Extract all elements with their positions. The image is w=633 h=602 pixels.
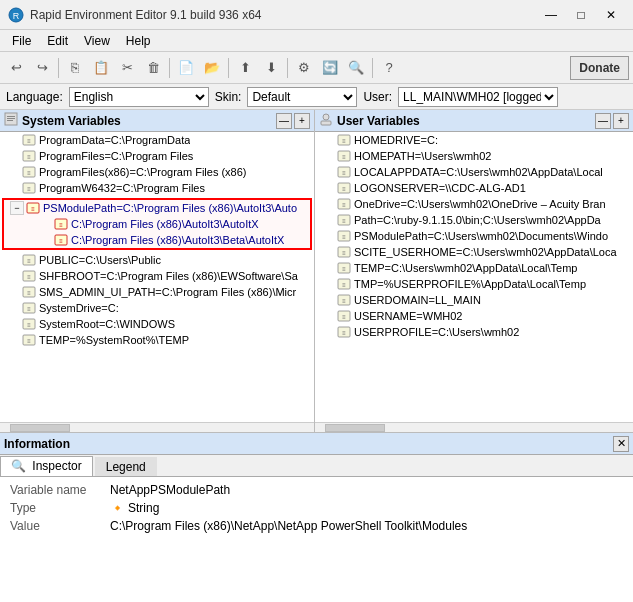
list-item[interactable]: ≡ProgramFiles=C:\Program Files (0, 148, 314, 164)
expand-icon[interactable]: − (10, 201, 24, 215)
right-hscroll-thumb[interactable] (325, 424, 385, 432)
info-field-label: Value (4, 517, 104, 535)
left-hscroll-thumb[interactable] (10, 424, 70, 432)
menu-item-help[interactable]: Help (118, 32, 159, 50)
var-icon: ≡ (337, 325, 351, 339)
svg-text:≡: ≡ (31, 206, 35, 212)
system-panel-minimize[interactable]: — (276, 113, 292, 129)
user-panel-minimize[interactable]: — (595, 113, 611, 129)
info-row: Type🔸String (4, 499, 629, 517)
list-item[interactable]: ≡USERNAME=WMH02 (315, 308, 633, 324)
tree-item-label: SHFBROOT=C:\Program Files (x86)\EWSoftwa… (39, 270, 298, 282)
tree-item-label: ProgramData=C:\ProgramData (39, 134, 190, 146)
system-panel-expand[interactable]: + (294, 113, 310, 129)
new-button[interactable]: 📄 (174, 56, 198, 80)
svg-text:≡: ≡ (27, 258, 31, 264)
skin-select[interactable]: Default (247, 87, 357, 107)
language-bar: Language: English Skin: Default User: LL… (0, 84, 633, 110)
paste-button[interactable]: 📋 (89, 56, 113, 80)
tree-item-label: HOMEPATH=\Users\wmh02 (354, 150, 491, 162)
list-item[interactable]: ≡LOGONSERVER=\\CDC-ALG-AD1 (315, 180, 633, 196)
list-item[interactable]: ≡ProgramFiles(x86)=C:\Program Files (x86… (0, 164, 314, 180)
cut-button[interactable]: ✂ (115, 56, 139, 80)
list-item[interactable]: ≡SCITE_USERHOME=C:\Users\wmh02\AppData\L… (315, 244, 633, 260)
left-hscrollbar[interactable] (0, 422, 314, 432)
search-button[interactable]: 🔍 (344, 56, 368, 80)
list-item[interactable]: ≡LOCALAPPDATA=C:\Users\wmh02\AppData\Loc… (315, 164, 633, 180)
user-variables-panel: User Variables — + ≡HOMEDRIVE=C:≡HOMEPAT… (315, 110, 633, 432)
delete-button[interactable]: 🗑 (141, 56, 165, 80)
refresh-button[interactable]: 🔄 (318, 56, 342, 80)
svg-point-32 (323, 114, 329, 120)
help-button[interactable]: ? (377, 56, 401, 80)
list-item[interactable]: ≡C:\Program Files (x86)\AutoIt3\AutoItX (4, 216, 310, 232)
tree-item-label: PSModulePath=C:\Users\wmh02\Documents\Wi… (354, 230, 608, 242)
var-icon: ≡ (22, 285, 36, 299)
tree-item-label: ProgramFiles=C:\Program Files (39, 150, 193, 162)
tree-item-label: LOGONSERVER=\\CDC-ALG-AD1 (354, 182, 526, 194)
undo-button[interactable]: ↩ (4, 56, 28, 80)
close-button[interactable]: ✕ (597, 5, 625, 25)
var-icon: ≡ (22, 253, 36, 267)
donate-button[interactable]: Donate (570, 56, 629, 80)
titlebar: R Rapid Environment Editor 9.1 build 936… (0, 0, 633, 30)
move-up-button[interactable]: ⬆ (233, 56, 257, 80)
redo-button[interactable]: ↪ (30, 56, 54, 80)
list-item[interactable]: ≡SMS_ADMIN_UI_PATH=C:\Program Files (x86… (0, 284, 314, 300)
tab-inspector[interactable]: 🔍 Inspector (0, 456, 93, 476)
list-item[interactable]: ≡PSModulePath=C:\Users\wmh02\Documents\W… (315, 228, 633, 244)
list-item[interactable]: ≡TEMP=C:\Users\wmh02\AppData\Local\Temp (315, 260, 633, 276)
tab-legend-label: Legend (106, 460, 146, 474)
tree-item-label: USERDOMAIN=LL_MAIN (354, 294, 481, 306)
user-variables-tree[interactable]: ≡HOMEDRIVE=C:≡HOMEPATH=\Users\wmh02≡LOCA… (315, 132, 633, 422)
info-tabs: 🔍 Inspector Legend (0, 455, 633, 477)
info-field-label: Variable name (4, 481, 104, 499)
list-item[interactable]: ≡USERDOMAIN=LL_MAIN (315, 292, 633, 308)
user-panel-expand[interactable]: + (613, 113, 629, 129)
list-item[interactable]: ≡USERPROFILE=C:\Users\wmh02 (315, 324, 633, 340)
list-item[interactable]: ≡HOMEDRIVE=C: (315, 132, 633, 148)
tree-item-label: PSModulePath=C:\Program Files (x86)\Auto… (43, 202, 297, 214)
list-item[interactable]: ≡ProgramW6432=C:\Program Files (0, 180, 314, 196)
list-item[interactable]: ≡PUBLIC=C:\Users\Public (0, 252, 314, 268)
list-item[interactable]: ≡SystemRoot=C:\WINDOWS (0, 316, 314, 332)
user-select[interactable]: LL_MAIN\WMH02 [logged in] (398, 87, 558, 107)
list-item[interactable]: ≡TMP=%USERPROFILE%\AppData\Local\Temp (315, 276, 633, 292)
svg-text:≡: ≡ (27, 274, 31, 280)
right-hscrollbar[interactable] (315, 422, 633, 432)
maximize-button[interactable]: □ (567, 5, 595, 25)
menu-item-file[interactable]: File (4, 32, 39, 50)
list-item[interactable]: ≡Path=C:\ruby-9.1.15.0\bin;C:\Users\wmh0… (315, 212, 633, 228)
language-select[interactable]: English (69, 87, 209, 107)
list-item[interactable]: ≡HOMEPATH=\Users\wmh02 (315, 148, 633, 164)
info-close-button[interactable]: ✕ (613, 436, 629, 452)
list-item[interactable]: ≡C:\Program Files (x86)\AutoIt3\Beta\Aut… (4, 232, 310, 248)
tree-item-label: C:\Program Files (x86)\AutoIt3\Beta\Auto… (71, 234, 284, 246)
tree-item-label: ProgramFiles(x86)=C:\Program Files (x86) (39, 166, 247, 178)
var-icon: ≡ (337, 133, 351, 147)
menu-item-edit[interactable]: Edit (39, 32, 76, 50)
list-item[interactable]: ≡SHFBROOT=C:\Program Files (x86)\EWSoftw… (0, 268, 314, 284)
minimize-button[interactable]: — (537, 5, 565, 25)
inspector-icon: 🔍 (11, 459, 26, 473)
info-field-value: 🔸String (104, 499, 629, 517)
svg-rect-33 (321, 121, 331, 125)
info-field-label: Type (4, 499, 104, 517)
tree-item-label: PUBLIC=C:\Users\Public (39, 254, 161, 266)
toolbar-separator-3 (228, 58, 229, 78)
list-item[interactable]: ≡ProgramData=C:\ProgramData (0, 132, 314, 148)
system-variables-tree[interactable]: ≡ProgramData=C:\ProgramData≡ProgramFiles… (0, 132, 314, 422)
svg-text:R: R (13, 11, 20, 21)
var-icon: ≡ (337, 149, 351, 163)
list-item[interactable]: −≡PSModulePath=C:\Program Files (x86)\Au… (4, 200, 310, 216)
menu-item-view[interactable]: View (76, 32, 118, 50)
list-item[interactable]: ≡OneDrive=C:\Users\wmh02\OneDrive – Acui… (315, 196, 633, 212)
tab-legend[interactable]: Legend (95, 457, 157, 476)
open-button[interactable]: 📂 (200, 56, 224, 80)
settings-button[interactable]: ⚙ (292, 56, 316, 80)
list-item[interactable]: ≡TEMP=%SystemRoot%\TEMP (0, 332, 314, 348)
user-panel-icon (319, 112, 333, 129)
move-down-button[interactable]: ⬇ (259, 56, 283, 80)
copy-button[interactable]: ⎘ (63, 56, 87, 80)
list-item[interactable]: ≡SystemDrive=C: (0, 300, 314, 316)
